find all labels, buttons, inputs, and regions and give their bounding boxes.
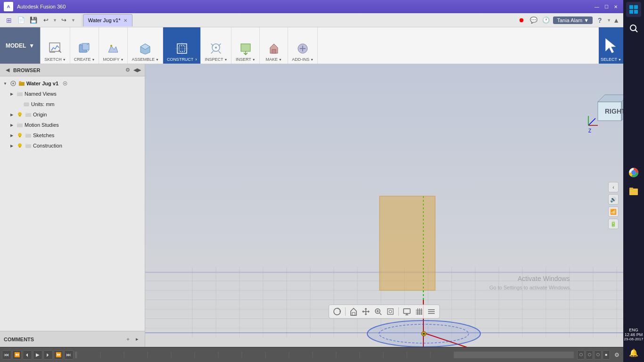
origin-bulb-icon[interactable] <box>16 111 24 118</box>
anim-next[interactable]: ⏵ <box>43 350 53 360</box>
notification-button[interactable]: 🔔 <box>626 345 641 360</box>
viewport[interactable]: RIGHT Z Activate Windows Go to Settings … <box>145 64 623 347</box>
svg-rect-132 <box>634 5 638 9</box>
panel-expand-button[interactable]: ▲ <box>613 16 619 24</box>
close-button[interactable]: ✕ <box>612 3 619 10</box>
chrome-icon[interactable] <box>626 165 641 180</box>
model-button[interactable]: MODEL ▼ <box>0 27 41 64</box>
svg-rect-38 <box>19 136 21 137</box>
ribbon-group-modify[interactable]: MODIFY▼ <box>99 27 128 64</box>
clock-button[interactable]: 🕐 <box>541 15 551 25</box>
root-eye-icon[interactable] <box>9 80 17 87</box>
grid-settings-button[interactable] <box>414 306 424 317</box>
svg-line-2 <box>59 50 61 52</box>
vp-nav-wifi[interactable]: 📶 <box>608 206 619 217</box>
ribbon-group-construct[interactable]: CONSTRUCT› <box>163 27 201 64</box>
ribbon-group-create[interactable]: CREATE▼ <box>70 27 99 64</box>
anim-settings-button[interactable]: ⚙ <box>612 350 621 360</box>
minimize-button[interactable]: — <box>593 3 601 10</box>
document-tab[interactable]: Water Jug v1* ✕ <box>83 14 132 26</box>
svg-rect-18 <box>272 49 276 53</box>
home-button[interactable] <box>348 306 359 317</box>
ribbon-group-addins[interactable]: ADD-INS▼ <box>288 27 318 64</box>
orbit-button[interactable] <box>332 306 342 317</box>
comments-add-button[interactable]: ＋ <box>124 336 132 343</box>
anim-to-start[interactable]: ⏮ <box>2 350 11 360</box>
svg-rect-43 <box>25 144 31 148</box>
maximize-button[interactable]: ☐ <box>603 3 610 10</box>
anim-next-frame[interactable]: ⏩ <box>54 350 63 360</box>
vp-nav-collapse[interactable]: ‹ <box>608 182 619 192</box>
undo-dropdown[interactable]: ▼ <box>53 18 57 23</box>
sketches-label: Sketches <box>33 132 54 138</box>
zoom-fit-button[interactable] <box>385 306 396 317</box>
display-settings-button[interactable] <box>402 306 412 317</box>
help-button[interactable]: ? <box>594 15 605 25</box>
root-settings-icon[interactable] <box>61 80 69 87</box>
anim-extra-3[interactable]: ⬡ <box>594 350 602 360</box>
sketches-bulb-icon[interactable] <box>16 132 24 139</box>
construction-expand-icon[interactable]: ▶ <box>8 142 15 149</box>
anim-prev[interactable]: ⏴ <box>23 350 32 360</box>
tab-close-button[interactable]: ✕ <box>124 18 127 23</box>
save-button[interactable]: 💾 <box>28 15 39 25</box>
browser-back-button[interactable]: ◀ <box>4 66 11 74</box>
tree-units[interactable]: Units: mm <box>0 99 145 109</box>
user-button[interactable]: Tania Alam ▼ <box>553 16 593 24</box>
assemble-icon <box>138 41 153 56</box>
ribbon-group-insert[interactable]: INSERT▼ <box>231 27 260 64</box>
anim-prev-frame[interactable]: ⏪ <box>12 350 22 360</box>
tree-origin[interactable]: ▶ Origin <box>0 109 145 120</box>
assemble-label: ASSEMBLE▼ <box>132 57 158 62</box>
file-icon[interactable] <box>626 184 641 199</box>
anim-extra-2[interactable]: ⬡ <box>586 350 593 360</box>
pan-button[interactable] <box>361 306 371 317</box>
construction-folder-icon <box>25 142 32 149</box>
vp-nav-battery[interactable]: 🔋 <box>608 219 619 229</box>
anim-extra-1[interactable]: ⬡ <box>577 350 585 360</box>
chat-button[interactable]: 💬 <box>528 15 539 25</box>
svg-rect-29 <box>17 91 19 93</box>
origin-expand-icon[interactable]: ▶ <box>8 111 15 118</box>
toolbar-area: ⊞ 📄 💾 ↩ ▼ ↪ ▼ Water Jug v1* ✕ ⏺ 💬 <box>0 13 623 64</box>
ribbon-group-assemble[interactable]: ASSEMBLE▼ <box>128 27 163 64</box>
named-views-expand-icon[interactable]: ▶ <box>8 90 15 97</box>
browser-collapse-button[interactable]: ◀▶ <box>133 66 141 74</box>
redo-button[interactable]: ↪ <box>59 15 69 25</box>
anim-to-end[interactable]: ⏭ <box>64 350 74 360</box>
anim-extra-4[interactable]: ■ <box>603 350 610 360</box>
new-button[interactable]: 📄 <box>16 15 26 25</box>
motion-studies-expand-icon[interactable]: ▶ <box>8 122 15 128</box>
comments-expand-button[interactable]: ▸ <box>133 336 141 343</box>
svg-line-136 <box>635 30 637 32</box>
construction-bulb-icon[interactable] <box>16 142 24 149</box>
title-bar: A Autodesk Fusion 360 — ☐ ✕ <box>0 0 623 13</box>
svg-point-82 <box>423 333 425 335</box>
sketches-expand-icon[interactable]: ▶ <box>8 132 15 139</box>
vp-nav-sound[interactable]: 🔊 <box>608 194 619 205</box>
undo-button[interactable]: ↩ <box>41 15 51 25</box>
more-settings-button[interactable] <box>426 306 437 317</box>
tree-construction[interactable]: ▶ Construction <box>0 140 145 151</box>
anim-extra-controls: ⬡ ⬡ ⬡ ■ <box>577 350 610 360</box>
tree-root-item[interactable]: ▼ Water Jug v1 <box>0 78 145 89</box>
tree-sketches[interactable]: ▶ Sketches <box>0 130 145 140</box>
anim-play[interactable]: ▶ <box>33 350 42 360</box>
help-dropdown[interactable]: ▼ <box>607 18 611 23</box>
ribbon-group-make[interactable]: MAKE▼ <box>260 27 288 64</box>
search-button[interactable] <box>626 21 641 36</box>
root-label: Water Jug v1 <box>26 81 58 86</box>
ribbon-group-sketch[interactable]: SKETCH▼ <box>41 27 70 64</box>
animation-track[interactable]: // Draw ticks inline - will be handled a… <box>74 351 574 359</box>
tree-named-views[interactable]: ▶ Named Views <box>0 89 145 99</box>
windows-start-button[interactable] <box>626 2 641 17</box>
tree-motion-studies[interactable]: ▶ Motion Studies <box>0 120 145 130</box>
root-expand-icon[interactable]: ▼ <box>2 80 8 87</box>
zoom-button[interactable] <box>373 306 383 317</box>
record-button[interactable]: ⏺ <box>516 15 527 25</box>
ribbon-group-select[interactable]: SELECT▼ <box>599 27 623 64</box>
browser-settings-button[interactable]: ⚙ <box>124 66 132 74</box>
app-icon-button[interactable]: ⊞ <box>4 15 14 25</box>
ribbon-group-inspect[interactable]: INSPECT▼ <box>201 27 231 64</box>
redo-dropdown[interactable]: ▼ <box>71 18 75 23</box>
